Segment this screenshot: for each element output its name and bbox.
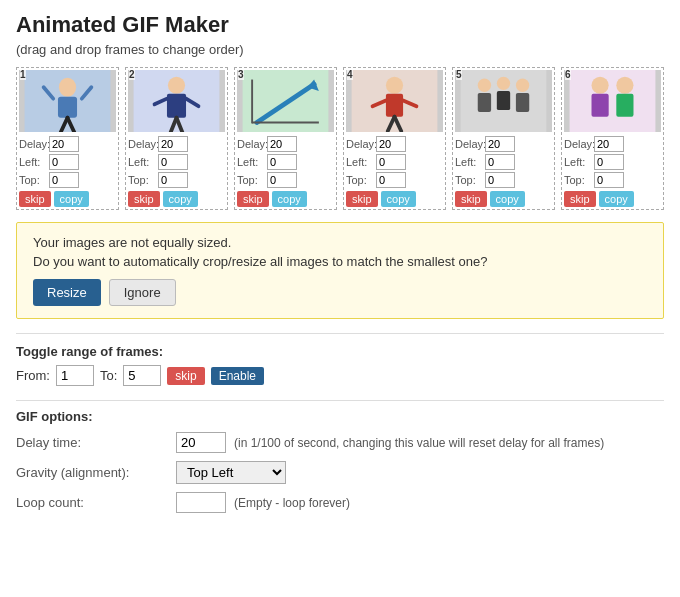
gif-options-section: GIF options: Delay time: (in 1/100 of se… [16,400,664,513]
gravity-select[interactable]: Top LeftTopTop RightLeftCenterRightBotto… [176,461,286,484]
left-input-5[interactable] [485,154,515,170]
frame-fields-1: Delay: Left: Top: [19,136,116,188]
skip-button-3[interactable]: skip [237,191,269,207]
gravity-label: Gravity (alignment): [16,465,176,480]
delay-label-2: Delay: [128,138,158,150]
top-input-2[interactable] [158,172,188,188]
delay-input-1[interactable] [49,136,79,152]
range-enable-button[interactable]: Enable [211,367,264,385]
skip-button-4[interactable]: skip [346,191,378,207]
frame-thumb-4 [346,70,443,132]
gravity-row: Gravity (alignment): Top LeftTopTop Righ… [16,461,664,484]
copy-button-4[interactable]: copy [381,191,416,207]
svg-rect-28 [478,93,491,112]
left-label-4: Left: [346,156,376,168]
loop-label: Loop count: [16,495,176,510]
svg-point-34 [592,77,609,94]
copy-button-1[interactable]: copy [54,191,89,207]
top-label-6: Top: [564,174,594,186]
frame-thumb-5 [455,70,552,132]
frame-thumb-6 [564,70,661,132]
left-label-2: Left: [128,156,158,168]
delay-row: Delay time: (in 1/100 of second, changin… [16,432,664,453]
skip-button-2[interactable]: skip [128,191,160,207]
copy-button-3[interactable]: copy [272,191,307,207]
svg-point-27 [478,79,491,92]
left-label-1: Left: [19,156,49,168]
top-input-5[interactable] [485,172,515,188]
page-title: Animated GIF Maker [16,12,664,38]
frame-number-3: 3 [238,70,244,80]
warning-box: Your images are not equally sized. Do yo… [16,222,664,319]
svg-rect-35 [592,94,609,117]
left-input-4[interactable] [376,154,406,170]
frame-fields-2: Delay: Left: Top: [128,136,225,188]
top-input-1[interactable] [49,172,79,188]
svg-rect-9 [167,94,186,118]
frames-container: 1 Delay: Left: Top: skip [16,67,664,210]
top-label-5: Top: [455,174,485,186]
delay-label: Delay time: [16,435,176,450]
left-input-1[interactable] [49,154,79,170]
page-subtitle: (drag and drop frames to change order) [16,42,664,57]
top-input-6[interactable] [594,172,624,188]
frame-fields-4: Delay: Left: Top: [346,136,443,188]
left-input-6[interactable] [594,154,624,170]
frame-thumb-1 [19,70,116,132]
top-label-2: Top: [128,174,158,186]
delay-label-4: Delay: [346,138,376,150]
svg-rect-32 [516,93,529,112]
range-skip-button[interactable]: skip [167,367,204,385]
copy-button-2[interactable]: copy [163,191,198,207]
frame-thumb-3 [237,70,334,132]
copy-button-5[interactable]: copy [490,191,525,207]
from-label: From: [16,368,50,383]
svg-point-36 [616,77,633,94]
loop-row: Loop count: (Empty - loop forever) [16,492,664,513]
loop-note: (Empty - loop forever) [234,496,350,510]
ignore-button[interactable]: Ignore [109,279,176,306]
frame-thumb-2 [128,70,225,132]
svg-rect-21 [386,94,403,117]
left-label-3: Left: [237,156,267,168]
delay-input-3[interactable] [267,136,297,152]
frame-item-5: 5 Delay: Left: Top: skip [452,67,555,210]
top-input-3[interactable] [267,172,297,188]
top-label-4: Top: [346,174,376,186]
frame-fields-3: Delay: Left: Top: [237,136,334,188]
svg-point-1 [59,78,76,97]
frame-item-3: 3 Delay: Left: Top: skip [234,67,337,210]
from-input[interactable] [56,365,94,386]
left-input-3[interactable] [267,154,297,170]
copy-button-6[interactable]: copy [599,191,634,207]
delay-input-6[interactable] [594,136,624,152]
resize-button[interactable]: Resize [33,279,101,306]
frame-fields-6: Delay: Left: Top: [564,136,661,188]
loop-input[interactable] [176,492,226,513]
frame-item-1: 1 Delay: Left: Top: skip [16,67,119,210]
frame-fields-5: Delay: Left: Top: [455,136,552,188]
frame-number-2: 2 [129,70,135,80]
top-input-4[interactable] [376,172,406,188]
left-input-2[interactable] [158,154,188,170]
frame-item-2: 2 Delay: Left: Top: skip [125,67,228,210]
delay-input-5[interactable] [485,136,515,152]
frame-item-4: 4 Delay: Left: Top: skip [343,67,446,210]
left-label-6: Left: [564,156,594,168]
gif-options-title: GIF options: [16,409,664,424]
skip-button-1[interactable]: skip [19,191,51,207]
toggle-range-section: Toggle range of frames: From: To: skip E… [16,344,664,386]
svg-rect-4 [58,97,77,118]
toggle-range-title: Toggle range of frames: [16,344,664,359]
skip-button-5[interactable]: skip [455,191,487,207]
to-input[interactable] [123,365,161,386]
delay-input-4[interactable] [376,136,406,152]
svg-rect-37 [616,94,633,117]
frame-number-6: 6 [565,70,571,80]
left-label-5: Left: [455,156,485,168]
delay-input-2[interactable] [158,136,188,152]
delay-input[interactable] [176,432,226,453]
skip-button-6[interactable]: skip [564,191,596,207]
svg-point-31 [516,79,529,92]
delay-label-5: Delay: [455,138,485,150]
